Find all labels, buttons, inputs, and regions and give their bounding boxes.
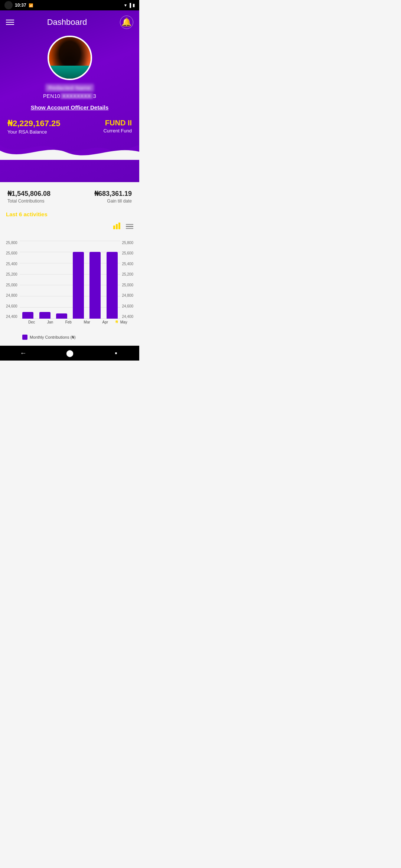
sim-icon: 📶 [29, 3, 33, 7]
chart-legend: Monthly Contributions (₦) [22, 335, 133, 340]
lower-section: ₦1,545,806.08 Total Contributions ₦683,3… [0, 182, 139, 346]
page-title: Dashboard [47, 17, 87, 27]
user-name: Redacted Name [45, 84, 94, 92]
bar-chart-icon[interactable] [113, 222, 121, 231]
balance-section: ₦2,229,167.25 Your RSA Balance FUND II C… [0, 111, 139, 138]
show-account-officer-button[interactable]: Show Account Officer Details [31, 104, 108, 111]
bell-icon-glyph: 🔔 [121, 17, 131, 27]
bottom-nav: ← ⬤ ▪ [0, 346, 139, 361]
month-jan: Jan [47, 320, 53, 324]
gain-amount: ₦683,361.19 [94, 190, 132, 198]
avatar-background [49, 37, 91, 79]
fund-name: FUND II [103, 119, 132, 127]
bar-apr [89, 252, 101, 319]
status-right: ▾ ▐ ▮ [124, 3, 135, 8]
top-bar: Dashboard 🔔 [0, 10, 139, 32]
fund-label: Current Fund [103, 128, 132, 134]
camera-cutout [4, 1, 13, 9]
recents-button[interactable]: ▪ [111, 348, 122, 359]
total-contributions: ₦1,545,806.08 Total Contributions [7, 190, 50, 204]
bar-mar-value [73, 252, 84, 319]
gain-label: Gain till date [94, 198, 132, 204]
bar-mar [73, 252, 84, 319]
total-contributions-label: Total Contributions [7, 198, 50, 204]
current-fund: FUND II Current Fund [103, 119, 132, 134]
back-button[interactable]: ← [18, 348, 29, 359]
y-axis-left: 25,800 25,600 25,400 25,200 25,000 24,80… [6, 241, 20, 319]
total-contributions-amount: ₦1,545,806.08 [7, 190, 50, 198]
wave-separator [0, 138, 139, 160]
signal-icon: ▐ [128, 3, 131, 7]
status-bar: 10:37 📶 ▾ ▐ ▮ [0, 0, 139, 10]
legend-label: Monthly Contributions (₦) [30, 335, 76, 340]
bar-may: ₦ [107, 252, 118, 319]
avatar-body [49, 66, 91, 79]
bar-chart: 25,800 25,600 25,400 25,200 25,000 24,80… [6, 233, 133, 340]
rsa-label: Your RSA Balance [7, 129, 60, 135]
naira-symbol: ₦ [115, 320, 118, 324]
svg-rect-1 [116, 224, 118, 229]
bar-dec-value [22, 312, 33, 319]
bars-row: ₦ [20, 241, 121, 319]
month-apr: Apr [102, 320, 108, 324]
notifications-button[interactable]: 🔔 [120, 16, 133, 29]
chart-options-icon[interactable] [126, 222, 133, 231]
pen-id: PEN10XXXXXXXX3 [43, 93, 96, 99]
svg-rect-0 [113, 226, 115, 229]
chart-inner: ₦ [20, 241, 121, 319]
rsa-amount: ₦2,229,167.25 [7, 119, 60, 128]
legend-color-box [22, 335, 27, 340]
bar-apr-value [89, 252, 101, 319]
chart-controls [6, 222, 133, 231]
status-left: 10:37 📶 [4, 1, 33, 9]
rsa-balance: ₦2,229,167.25 Your RSA Balance [7, 119, 60, 135]
wifi-icon: ▾ [124, 3, 127, 8]
month-mar: Mar [84, 320, 90, 324]
header-section: Dashboard 🔔 Redacted Name PEN10XXXXXXXX3… [0, 10, 139, 182]
stats-row: ₦1,545,806.08 Total Contributions ₦683,3… [6, 182, 133, 207]
bar-feb-value [56, 313, 67, 319]
battery-icon: ▮ [133, 3, 135, 8]
avatar [48, 36, 92, 80]
status-time: 10:37 [15, 3, 26, 8]
home-button[interactable]: ⬤ [64, 348, 75, 359]
month-dec: Dec [28, 320, 35, 324]
menu-button[interactable] [6, 20, 14, 25]
svg-rect-2 [118, 223, 120, 229]
chart-area: 25,800 25,600 25,400 25,200 25,000 24,80… [6, 233, 133, 319]
bar-jan-value [39, 312, 50, 319]
month-feb: Feb [65, 320, 72, 324]
activities-title: Last 6 activities [6, 211, 133, 217]
y-axis-right: 25,800 25,600 25,400 25,200 25,000 24,80… [120, 241, 133, 319]
bar-dec [22, 312, 33, 319]
profile-section: Redacted Name PEN10XXXXXXXX3 Show Accoun… [0, 32, 139, 111]
bar-feb [56, 313, 67, 319]
bar-jan [39, 312, 50, 319]
month-may: May [120, 320, 127, 324]
gain-till-date: ₦683,361.19 Gain till date [94, 190, 132, 204]
bar-may-value: ₦ [107, 252, 118, 319]
